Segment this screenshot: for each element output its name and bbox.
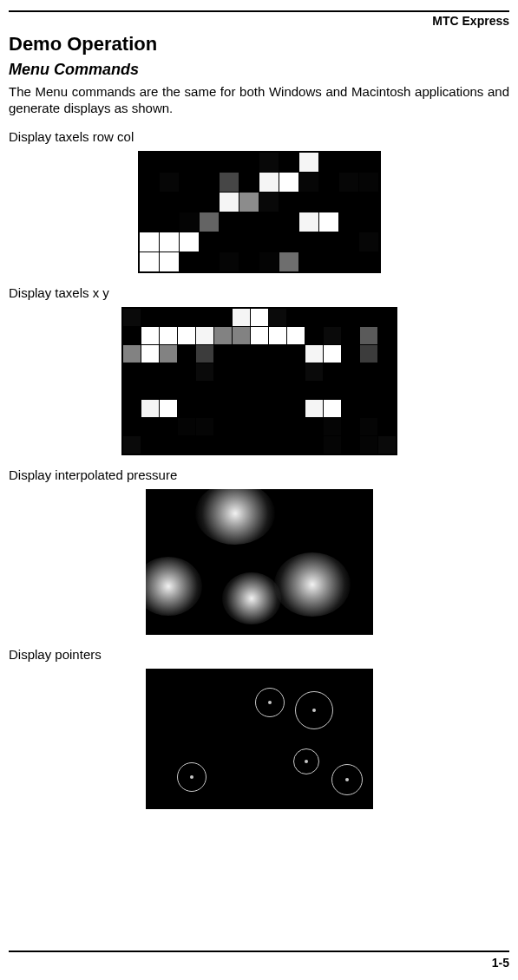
figure-taxels-row-col	[138, 151, 381, 273]
figure-pointers	[146, 669, 373, 809]
figure-interpolated-pressure	[146, 489, 373, 635]
doc-header-label: MTC Express	[9, 14, 509, 28]
figure-taxels-x-y	[121, 307, 397, 455]
section-title: Demo Operation	[9, 33, 509, 56]
page-number: 1-5	[492, 956, 509, 970]
caption-fig2: Display taxels x y	[9, 285, 509, 300]
caption-fig4: Display pointers	[9, 647, 509, 662]
caption-fig3: Display interpolated pressure	[9, 467, 509, 482]
intro-paragraph: The Menu commands are the same for both …	[9, 84, 509, 117]
footer-rule	[9, 951, 509, 952]
caption-fig1: Display taxels row col	[9, 129, 509, 144]
section-subtitle: Menu Commands	[9, 61, 509, 79]
